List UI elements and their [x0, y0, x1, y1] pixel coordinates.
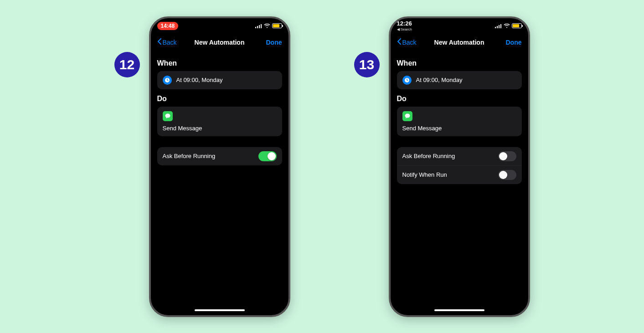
step-badge-12: 12: [114, 52, 140, 77]
done-button[interactable]: Done: [266, 39, 282, 46]
when-section-title: When: [397, 59, 522, 67]
do-text: Send Message: [402, 125, 516, 132]
wifi-icon: [264, 24, 270, 28]
option-label: Ask Before Running: [402, 153, 455, 159]
status-time-pill: 14:48: [157, 22, 179, 30]
phone-frame-13: 12:26 ◀ Search Back New Automation: [389, 16, 530, 317]
messages-app-icon: [163, 111, 173, 121]
options-group: Ask Before Running Notify When Run: [397, 147, 522, 184]
status-bar: 12:26 ◀ Search: [391, 18, 528, 34]
status-icons: [255, 23, 282, 28]
toggle-notify-when-run[interactable]: [498, 170, 516, 180]
status-time: 12:26: [397, 20, 412, 27]
back-label: Back: [163, 39, 177, 46]
step-badge-13: 13: [354, 52, 380, 77]
breadcrumb-back-to-search[interactable]: ◀ Search: [397, 27, 412, 31]
toggle-ask-before-running[interactable]: [258, 151, 277, 161]
svg-rect-9: [500, 24, 501, 28]
panel-step-13: 13 12:26 ◀ Search Back: [354, 16, 530, 317]
status-bar: 14:48: [151, 18, 289, 34]
back-button[interactable]: Back: [157, 38, 177, 46]
svg-rect-2: [259, 25, 260, 28]
when-row[interactable]: At 09:00, Monday: [397, 71, 522, 89]
chevron-left-icon: [157, 38, 162, 46]
clock-icon: [163, 76, 172, 85]
svg-rect-0: [255, 27, 256, 28]
option-label: Notify When Run: [402, 171, 447, 178]
battery-icon: [512, 23, 522, 28]
battery-icon: [272, 23, 282, 28]
svg-rect-6: [495, 27, 496, 28]
wifi-icon: [504, 24, 510, 28]
option-row-ask-before-running: Ask Before Running: [397, 147, 522, 165]
svg-point-5: [165, 113, 170, 118]
when-text: At 09:00, Monday: [176, 77, 223, 83]
page-title: New Automation: [195, 39, 245, 46]
nav-bar: Back New Automation Done: [391, 34, 528, 51]
nav-bar: Back New Automation Done: [151, 34, 289, 51]
messages-app-icon: [402, 111, 412, 121]
options-group: Ask Before Running: [157, 147, 282, 165]
when-text: At 09:00, Monday: [416, 77, 463, 83]
status-icons: [495, 23, 522, 28]
toggle-ask-before-running[interactable]: [498, 151, 516, 161]
svg-rect-1: [257, 26, 258, 28]
do-section-title: Do: [157, 95, 282, 103]
back-button[interactable]: Back: [397, 38, 417, 46]
svg-rect-8: [499, 25, 500, 28]
do-row[interactable]: Send Message: [397, 107, 522, 136]
svg-rect-3: [261, 24, 262, 28]
option-row-ask-before-running: Ask Before Running: [157, 147, 282, 165]
do-row[interactable]: Send Message: [157, 107, 282, 136]
when-row[interactable]: At 09:00, Monday: [157, 71, 282, 89]
cellular-signal-icon: [495, 24, 502, 28]
chevron-left-icon: [397, 38, 402, 46]
do-text: Send Message: [163, 125, 277, 132]
option-label: Ask Before Running: [163, 153, 216, 159]
back-label: Back: [402, 39, 417, 46]
page-title: New Automation: [434, 39, 484, 46]
svg-point-11: [405, 113, 410, 118]
phone-frame-12: 14:48 Back New Automation Done: [149, 16, 290, 317]
do-section-title: Do: [397, 95, 522, 103]
svg-rect-7: [497, 26, 498, 28]
clock-icon: [402, 76, 412, 85]
when-section-title: When: [157, 59, 282, 67]
panel-step-12: 12 14:48 Back New Aut: [114, 16, 290, 317]
option-row-notify-when-run: Notify When Run: [397, 165, 522, 184]
cellular-signal-icon: [255, 24, 262, 28]
done-button[interactable]: Done: [506, 39, 522, 46]
